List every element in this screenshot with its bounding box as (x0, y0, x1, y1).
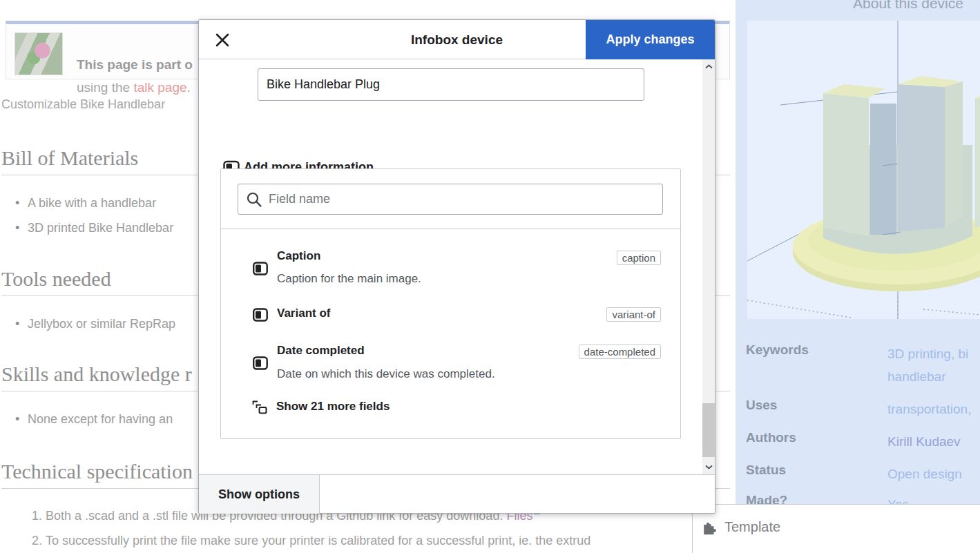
infobox-label: Status (746, 463, 786, 478)
field-label: Caption (277, 249, 320, 263)
field-picker: Caption caption Caption for the main ima… (220, 168, 681, 439)
template-popup-label: Template (724, 519, 780, 535)
field-label: Variant of (277, 307, 330, 320)
parameter-icon (253, 262, 268, 278)
notice-text-line1: This page is part o (77, 57, 193, 72)
talk-page-link[interactable]: talk page (133, 80, 186, 95)
template-context-popup[interactable]: Template (692, 504, 980, 553)
parameter-icon (253, 308, 268, 324)
dialog-body: Add more information Caption caption Cap… (199, 59, 715, 474)
infobox-label: Keywords (746, 342, 809, 358)
dialog-footer: Show options (199, 474, 715, 513)
page-subtitle: Customizable Bike Handlebar (1, 97, 165, 112)
scroll-up-icon[interactable] (702, 61, 715, 72)
close-icon[interactable] (211, 29, 233, 51)
field-description: Date on which this device was completed. (277, 367, 495, 381)
show-options-button[interactable]: Show options (199, 475, 320, 514)
dialog-header: Infobox device Apply changes (199, 20, 715, 59)
field-tag: variant-of (606, 307, 661, 322)
field-row-date-completed[interactable]: Date completed date-completed Date on wh… (221, 340, 680, 388)
parameter-icon (253, 356, 268, 373)
infobox-uses-link[interactable]: transportation, (887, 398, 971, 420)
device-3d-render[interactable] (747, 21, 980, 319)
infobox-device-dialog: Infobox device Apply changes Add more in… (198, 19, 715, 514)
3d-plug-render-graphic (747, 21, 980, 319)
show-more-fields-button[interactable]: Show 21 more fields (276, 400, 390, 414)
device-infobox: About this device (736, 0, 980, 525)
field-search-input[interactable] (238, 184, 662, 214)
puzzle-icon (702, 521, 718, 536)
field-tag: caption (617, 251, 661, 265)
divider (221, 229, 680, 229)
infobox-status-link[interactable]: Open design (887, 463, 962, 485)
infobox-label: Authors (746, 430, 796, 445)
scroll-down-icon[interactable] (702, 461, 715, 473)
field-row-caption[interactable]: Caption caption Caption for the main ima… (221, 245, 680, 293)
infobox-label: Uses (746, 398, 777, 413)
field-row-variant-of[interactable]: Variant of variant-of (221, 302, 680, 330)
scrollbar-thumb[interactable] (702, 403, 715, 457)
dialog-scrollbar[interactable] (702, 59, 715, 474)
field-description: Caption for the main image. (277, 272, 421, 286)
infobox-title: About this device (736, 0, 980, 12)
infobox-author-link[interactable]: Kirill Kudaev (887, 430, 961, 453)
infobox-keywords-links[interactable]: 3D printing, bi handlebar (887, 342, 968, 388)
field-tag: date-completed (579, 345, 661, 359)
apply-changes-button[interactable]: Apply changes (586, 20, 715, 59)
device-name-input[interactable] (258, 68, 644, 101)
field-search-box (238, 184, 663, 215)
field-label: Date completed (277, 344, 365, 358)
notice-thumbnail-image[interactable] (15, 32, 63, 75)
parameters-stack-icon (251, 400, 268, 418)
notice-text-line2: using the talk page. (77, 80, 191, 95)
